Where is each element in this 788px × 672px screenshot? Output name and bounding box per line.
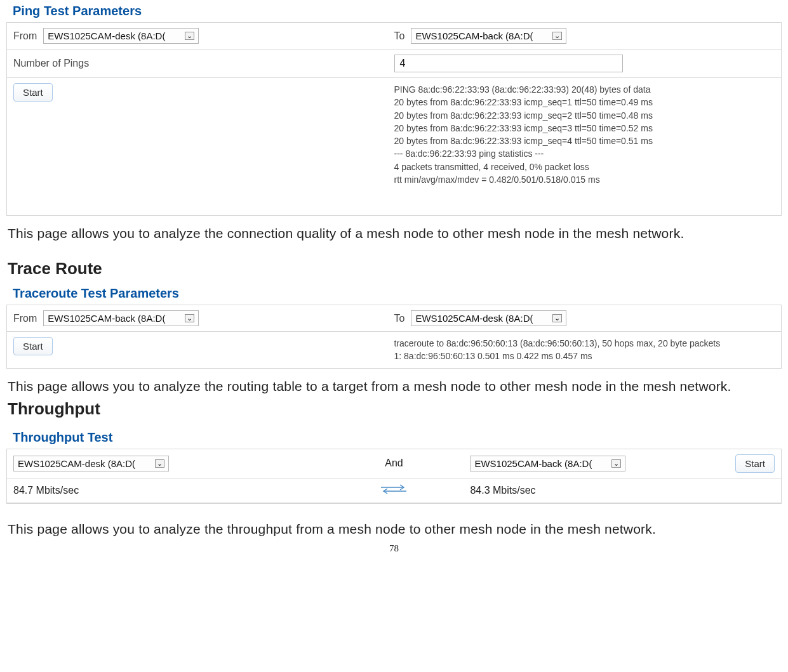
throughput-left-value: EWS1025CAM-desk (8A:D( bbox=[18, 458, 135, 469]
trace-panel: From EWS1025CAM-back (8A:D( ⌄ To EWS1025… bbox=[6, 305, 782, 369]
throughput-left-select[interactable]: EWS1025CAM-desk (8A:D( ⌄ bbox=[13, 456, 169, 471]
ping-start-button[interactable]: Start bbox=[13, 83, 53, 102]
trace-start-button[interactable]: Start bbox=[13, 337, 53, 355]
trace-from-value: EWS1025CAM-back (8A:D( bbox=[48, 313, 165, 324]
trace-from-select[interactable]: EWS1025CAM-back (8A:D( ⌄ bbox=[43, 310, 199, 326]
ping-to-select[interactable]: EWS1025CAM-back (8A:D( ⌄ bbox=[411, 28, 566, 44]
throughput-left-speed: 84.7 Mbits/sec bbox=[13, 485, 79, 496]
trace-from-label: From bbox=[13, 313, 37, 324]
ping-result-output: PING 8a:dc:96:22:33:93 (8a:dc:96:22:33:9… bbox=[394, 83, 775, 186]
ping-from-select[interactable]: EWS1025CAM-desk (8A:D( ⌄ bbox=[43, 28, 199, 44]
chevron-down-icon: ⌄ bbox=[185, 314, 194, 322]
throughput-start-button[interactable]: Start bbox=[735, 454, 775, 473]
chevron-down-icon: ⌄ bbox=[552, 314, 562, 322]
trace-description: This page allows you to analyze the rout… bbox=[8, 379, 780, 394]
chevron-down-icon: ⌄ bbox=[611, 459, 621, 468]
throughput-and-label: And bbox=[385, 458, 403, 468]
trace-to-select[interactable]: EWS1025CAM-desk (8A:D( ⌄ bbox=[411, 310, 566, 326]
ping-heading: Ping Test Parameters bbox=[6, 0, 782, 22]
throughput-description: This page allows you to analyze the thro… bbox=[8, 522, 780, 537]
ping-from-value: EWS1025CAM-desk (8A:D( bbox=[48, 30, 165, 41]
ping-description: This page allows you to analyze the conn… bbox=[8, 226, 780, 241]
trace-to-value: EWS1025CAM-desk (8A:D( bbox=[415, 313, 533, 324]
chevron-down-icon: ⌄ bbox=[552, 32, 562, 40]
ping-to-value: EWS1025CAM-back (8A:D( bbox=[415, 30, 533, 41]
trace-to-label: To bbox=[394, 313, 405, 324]
num-pings-input[interactable]: 4 bbox=[394, 55, 623, 72]
throughput-right-select[interactable]: EWS1025CAM-back (8A:D( ⌄ bbox=[470, 456, 625, 471]
throughput-section-title: Throughput bbox=[8, 399, 780, 419]
bidirectional-arrow-icon bbox=[378, 484, 409, 495]
throughput-panel: EWS1025CAM-desk (8A:D( ⌄ And EWS1025CAM-… bbox=[6, 449, 782, 504]
ping-panel: From EWS1025CAM-desk (8A:D( ⌄ To EWS1025… bbox=[6, 22, 782, 216]
throughput-right-value: EWS1025CAM-back (8A:D( bbox=[474, 458, 592, 469]
trace-result-output: traceroute to 8a:dc:96:50:60:13 (8a:dc:9… bbox=[394, 337, 775, 363]
throughput-heading: Throughput Test bbox=[6, 426, 782, 449]
chevron-down-icon: ⌄ bbox=[155, 459, 164, 468]
throughput-right-speed: 84.3 Mbits/sec bbox=[470, 485, 535, 496]
ping-to-label: To bbox=[394, 30, 405, 42]
num-pings-label: Number of Pings bbox=[13, 58, 89, 69]
page-number: 78 bbox=[6, 543, 782, 554]
trace-heading: Traceroute Test Parameters bbox=[6, 282, 782, 305]
trace-section-title: Trace Route bbox=[8, 259, 780, 279]
ping-from-label: From bbox=[13, 30, 37, 42]
chevron-down-icon: ⌄ bbox=[185, 32, 194, 40]
